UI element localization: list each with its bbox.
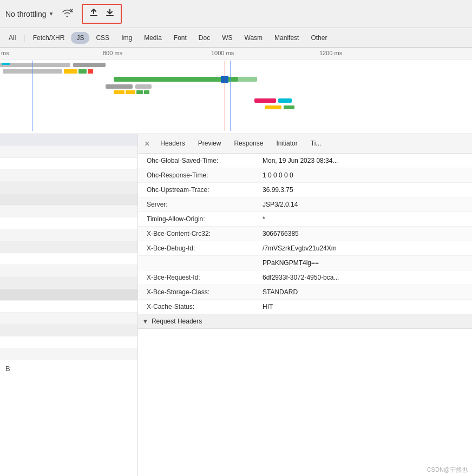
list-row[interactable] xyxy=(0,325,137,336)
detail-tab-response[interactable]: Response xyxy=(227,137,270,150)
vline-blue-2 xyxy=(230,61,231,131)
tab-fetch-xhr[interactable]: Fetch/XHR xyxy=(28,32,70,44)
tab-doc[interactable]: Doc xyxy=(193,32,215,44)
bar-1a xyxy=(0,63,70,67)
bar-yellow-m xyxy=(114,90,124,94)
header-row-continuation: PPaKNGPMT4ig== xyxy=(138,256,472,270)
tab-ws[interactable]: WS xyxy=(217,32,238,44)
section-arrow: ▼ xyxy=(142,318,148,325)
list-row[interactable] xyxy=(0,348,137,360)
upload-icon[interactable] xyxy=(88,7,99,21)
tab-font[interactable]: Font xyxy=(168,32,192,44)
bar-2d xyxy=(88,69,93,74)
header-val: STANDARD xyxy=(257,285,472,300)
upload-download-box xyxy=(82,4,122,24)
detail-tab-preview[interactable]: Preview xyxy=(192,137,228,150)
header-key: X-Cache-Status: xyxy=(138,300,257,314)
list-row[interactable] xyxy=(0,146,137,158)
tab-other[interactable]: Other xyxy=(305,32,332,44)
tab-media[interactable]: Media xyxy=(139,32,167,44)
bar-1b xyxy=(73,63,106,67)
list-row[interactable] xyxy=(0,170,137,182)
header-val: PPaKNGPMT4ig== xyxy=(257,256,472,270)
header-val: 1 0 0 0 0 0 xyxy=(257,168,472,183)
header-key: X-Bce-Request-Id: xyxy=(138,270,257,285)
close-button[interactable]: × xyxy=(140,137,154,151)
header-val: 6df2933f-3072-4950-bca... xyxy=(257,270,472,285)
list-row[interactable] xyxy=(0,182,137,194)
list-row[interactable] xyxy=(0,229,137,241)
detail-tab-initiator[interactable]: Initiator xyxy=(270,137,304,150)
request-headers-section[interactable]: ▼ Request Headers xyxy=(138,314,472,329)
svg-rect-3 xyxy=(106,15,114,16)
header-row: X-Bce-Debug-Id: /7mVSzrkEvgbv21u24Xm xyxy=(138,241,472,256)
header-row: X-Bce-Storage-Class: STANDARD xyxy=(138,285,472,300)
header-val: HIT xyxy=(257,300,472,314)
detail-panel: × Headers Preview Response Initiator Ti.… xyxy=(138,134,472,476)
tab-css[interactable]: CSS xyxy=(90,32,115,44)
bar-yellow-r xyxy=(265,105,281,109)
header-val: 36.99.3.75 xyxy=(257,183,472,197)
header-key xyxy=(138,256,257,270)
header-key: Ohc-Response-Time: xyxy=(138,168,257,183)
tick-ms: ms xyxy=(1,50,9,56)
filter-tabs: All | Fetch/XHR JS CSS Img Media Font Do… xyxy=(0,28,472,48)
list-row[interactable] xyxy=(0,277,137,289)
bar-cyan-1 xyxy=(2,63,10,65)
toolbar: No throttling ▼ xyxy=(0,0,472,28)
bar-2b xyxy=(64,69,77,74)
bar-gray-m2 xyxy=(135,84,152,89)
list-row[interactable] xyxy=(0,301,137,313)
bar-pink-r1 xyxy=(254,98,276,103)
list-panel: B xyxy=(0,134,138,476)
detail-tab-headers[interactable]: Headers xyxy=(154,137,191,150)
header-val: Mon, 19 Jun 2023 08:34... xyxy=(257,154,472,168)
tab-wasm[interactable]: Wasm xyxy=(239,32,268,44)
list-row[interactable] xyxy=(0,313,137,325)
tab-img[interactable]: Img xyxy=(116,32,137,44)
header-row: X-Bce-Content-Crc32: 3066766385 xyxy=(138,227,472,241)
header-key: Timing-Allow-Origin: xyxy=(138,212,257,227)
tab-all[interactable]: All xyxy=(3,32,21,44)
header-row: Ohc-Global-Saved-Time: Mon, 19 Jun 2023 … xyxy=(138,154,472,168)
header-key: Ohc-Global-Saved-Time: xyxy=(138,154,257,168)
header-row: Ohc-Upstream-Trace: 36.99.3.75 xyxy=(138,183,472,197)
list-row[interactable] xyxy=(0,336,137,348)
header-val: /7mVSzrkEvgbv21u24Xm xyxy=(257,241,472,256)
vline-blue-1 xyxy=(32,61,33,131)
header-val: 3066766385 xyxy=(257,227,472,241)
bar-2c xyxy=(78,69,87,74)
header-row: Server: JSP3/2.0.14 xyxy=(138,197,472,212)
header-key: Ohc-Upstream-Trace: xyxy=(138,183,257,197)
bar-yellow-m2 xyxy=(126,90,135,94)
list-row[interactable] xyxy=(0,217,137,229)
list-row[interactable] xyxy=(0,206,137,217)
svg-rect-2 xyxy=(90,15,97,16)
tab-manifest[interactable]: Manifest xyxy=(269,32,304,44)
tab-js[interactable]: JS xyxy=(71,32,89,44)
timeline-area: ms 800 ms 1000 ms 1200 ms xyxy=(0,48,472,134)
bar-green-large xyxy=(114,77,238,82)
list-row[interactable] xyxy=(0,241,137,253)
list-row[interactable] xyxy=(0,194,137,206)
header-key: X-Bce-Content-Crc32: xyxy=(138,227,257,241)
timeline-labels: ms 800 ms 1000 ms 1200 ms xyxy=(0,48,472,60)
detail-tab-timing[interactable]: Ti... xyxy=(304,137,328,150)
list-row[interactable] xyxy=(0,289,137,301)
list-row[interactable] xyxy=(0,265,137,277)
bar-green-ext xyxy=(225,77,257,82)
headers-table: Ohc-Global-Saved-Time: Mon, 19 Jun 2023 … xyxy=(138,154,472,314)
bar-green-m2 xyxy=(144,90,149,94)
header-key: X-Bce-Debug-Id: xyxy=(138,241,257,256)
list-row[interactable] xyxy=(0,253,137,265)
vline-red xyxy=(225,61,225,131)
tick-800ms: 800 ms xyxy=(103,50,122,56)
header-row: Timing-Allow-Origin: * xyxy=(138,212,472,227)
download-icon[interactable] xyxy=(104,7,115,21)
bar-green-m xyxy=(136,90,143,94)
throttle-select[interactable]: No throttling ▼ xyxy=(5,10,54,18)
waterfall xyxy=(0,61,472,131)
list-row[interactable] xyxy=(0,158,137,170)
list-row[interactable] xyxy=(0,134,137,146)
header-row: X-Cache-Status: HIT xyxy=(138,300,472,314)
